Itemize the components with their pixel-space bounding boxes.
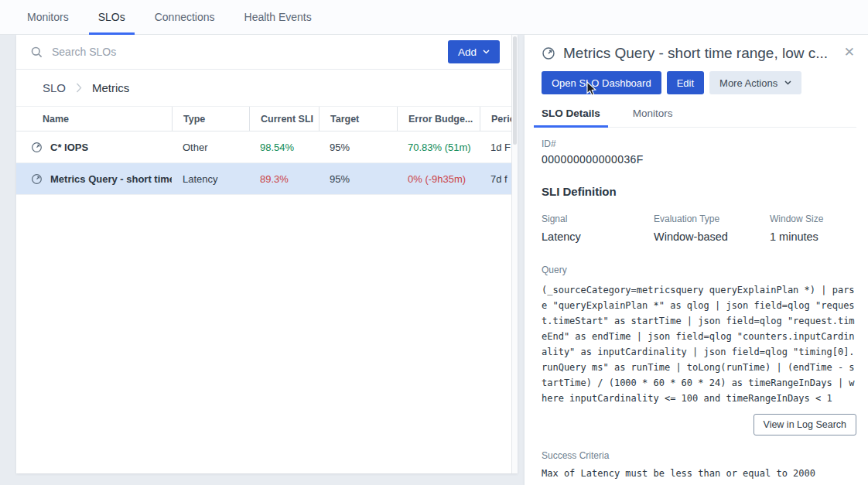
field-label: Signal [542,213,654,224]
add-button[interactable]: Add [448,40,500,63]
search-icon [31,46,43,58]
cell-target: 95% [319,173,397,185]
field-value: Window-based [654,231,770,243]
nav-tab-health-events[interactable]: Health Events [235,0,321,34]
cell-name: Metrics Query - short time rang [16,173,172,185]
sli-definition-fields: Signal Latency Evaluation Type Window-ba… [542,213,856,243]
panel-title: Metrics Query - short time range, low c.… [563,45,828,62]
field-value: 1 minutes [770,231,823,243]
chevron-right-icon [76,83,82,93]
field-label: Window Size [770,213,823,224]
vertical-scrollbar[interactable] [511,35,518,473]
cell-type: Latency [172,173,249,185]
breadcrumb-root[interactable]: SLO [43,81,66,94]
view-in-log-search-button[interactable]: View in Log Search [754,414,856,435]
column-header-target[interactable]: Target [319,107,397,131]
more-actions-button[interactable]: More Actions [709,71,801,94]
breadcrumb-current: Metrics [92,81,129,94]
field-window-size: Window Size 1 minutes [770,213,823,243]
table-header: Name Type Current SLI Target Error Budge… [16,107,518,131]
chevron-down-icon [784,80,791,85]
open-slo-dashboard-button[interactable]: Open SLO Dashboard [542,71,661,94]
cell-error-budget: 70.83% (51m) [397,142,480,153]
search-input[interactable] [50,45,440,59]
cell-current-sli: 89.3% [249,173,319,185]
detail-tabs: SLO Details Monitors [542,108,856,128]
field-signal: Signal Latency [542,213,654,243]
cell-name: C* IOPS [16,142,172,153]
id-label: ID# [542,138,856,149]
more-actions-label: More Actions [719,77,777,89]
detail-actions: Open SLO Dashboard Edit More Actions [542,71,856,94]
slo-name: C* IOPS [50,142,88,153]
query-label: Query [542,265,856,275]
view-log-row: View in Log Search [542,414,856,435]
cell-current-sli: 98.54% [249,142,319,153]
nav-tab-monitors[interactable]: Monitors [18,0,78,34]
nav-tab-connections[interactable]: Connections [145,0,224,34]
tab-slo-details[interactable]: SLO Details [542,108,600,127]
edit-button[interactable]: Edit [667,71,704,94]
search-row: Add [16,35,518,70]
table-row[interactable]: Metrics Query - short time rang Latency … [16,163,518,195]
tab-monitors[interactable]: Monitors [633,108,673,127]
column-header-current-sli[interactable]: Current SLI [249,107,319,131]
success-criteria-text: Max of Latency must be less than or equa… [542,468,856,479]
cell-type: Other [172,142,249,153]
slo-name: Metrics Query - short time rang [50,173,172,185]
breadcrumb: SLO Metrics [16,70,518,107]
column-header-name[interactable]: Name [16,107,172,131]
close-icon[interactable]: ✕ [844,46,855,59]
table-row[interactable]: C* IOPS Other 98.54% 95% 70.83% (51m) 1d… [16,131,518,163]
success-criteria-label: Success Criteria [542,450,856,461]
slo-gauge-icon [542,46,555,60]
field-value: Latency [542,231,654,243]
cell-error-budget: 0% (-9h35m) [397,173,480,185]
slo-list-panel: Add SLO Metrics Name Type Current SLI Ta… [16,35,518,473]
detail-header: Metrics Query - short time range, low c.… [542,45,856,62]
slo-detail-panel: Metrics Query - short time range, low c.… [525,35,868,485]
field-label: Evaluation Type [654,213,770,224]
id-value: 000000000000036F [542,153,856,166]
sli-definition-heading: SLI Definition [542,185,856,198]
chevron-down-icon [483,50,490,54]
add-button-label: Add [458,46,477,58]
column-header-error-budget[interactable]: Error Budge... [397,107,480,131]
top-nav: Monitors SLOs Connections Health Events [0,0,868,35]
scrollbar-thumb[interactable] [513,36,517,145]
slo-gauge-icon [31,173,43,185]
nav-tab-slos[interactable]: SLOs [89,0,135,34]
query-text: (_sourceCategory=metricsquery queryExpla… [542,282,856,406]
cell-target: 95% [319,142,397,153]
slo-gauge-icon [31,142,43,153]
field-evaluation-type: Evaluation Type Window-based [654,213,770,243]
column-header-type[interactable]: Type [172,107,249,131]
